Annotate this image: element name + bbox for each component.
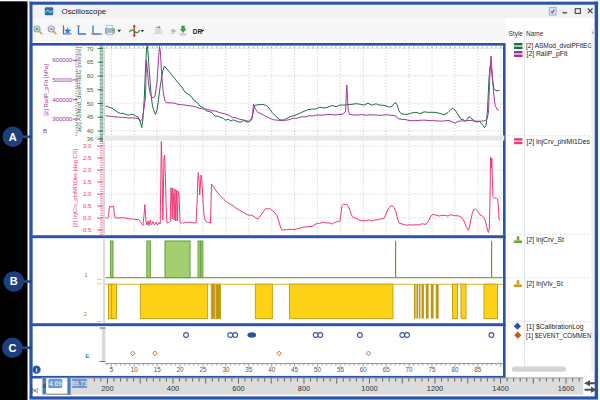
- svg-text:1400: 1400: [492, 384, 508, 393]
- svg-text:40: 40: [268, 366, 276, 373]
- svg-text:2.5: 2.5: [83, 154, 92, 161]
- svg-text:60: 60: [360, 366, 368, 373]
- svg-text:600: 600: [232, 384, 244, 393]
- svg-text:500000: 500000: [52, 76, 73, 83]
- svg-text:[2] InjCrv_phiMI1Des [deg CS]: [2] InjCrv_phiMI1Des [deg CS]: [72, 148, 78, 227]
- svg-text:1600: 1600: [558, 384, 574, 393]
- svg-text:0.0: 0.0: [83, 214, 92, 221]
- svg-text:A: A: [78, 127, 82, 133]
- svg-text:300000: 300000: [52, 115, 73, 122]
- svg-text:10: 10: [131, 366, 139, 373]
- svg-text:1200: 1200: [427, 384, 443, 393]
- svg-text:0.5: 0.5: [83, 202, 92, 209]
- svg-text:C: C: [8, 342, 16, 354]
- svg-text:85: 85: [474, 366, 482, 373]
- svg-text:,00: ,00: [153, 28, 162, 35]
- svg-text:[2] ASMod_dvolPFltEG [mm3/s]: [2] ASMod_dvolPFltEG [mm3/s]: [76, 47, 82, 129]
- svg-text:[2] RailP_pFlt [hPa]: [2] RailP_pFlt [hPa]: [43, 64, 49, 116]
- svg-text:50: 50: [87, 100, 94, 107]
- svg-text:B: B: [10, 275, 18, 287]
- svg-text:15: 15: [154, 366, 162, 373]
- svg-text:45: 45: [87, 113, 94, 120]
- svg-text:Oscilloscope: Oscilloscope: [62, 7, 107, 16]
- svg-text:400000: 400000: [52, 96, 73, 103]
- svg-text:[2] InjCrv_St: [2] InjCrv_St: [527, 236, 565, 244]
- svg-text:i: i: [36, 366, 38, 373]
- svg-text:A: A: [9, 131, 17, 143]
- svg-text:[1] $CalibrationLog: [1] $CalibrationLog: [527, 323, 584, 331]
- svg-text:[s]: [s]: [32, 387, 39, 393]
- svg-text:65: 65: [383, 366, 391, 373]
- svg-text:36: 36: [87, 135, 94, 142]
- svg-text:75: 75: [428, 366, 436, 373]
- svg-text:5: 5: [110, 366, 114, 373]
- svg-text:0: 0: [43, 383, 46, 389]
- svg-text:45: 45: [291, 366, 299, 373]
- svg-text:Name: Name: [526, 30, 544, 37]
- svg-text:[2] ASMod_dvolPFltEG: [2] ASMod_dvolPFltEG: [526, 42, 592, 50]
- svg-text:400: 400: [167, 384, 179, 393]
- svg-text:25: 25: [199, 366, 207, 373]
- svg-text:55: 55: [87, 86, 94, 93]
- svg-text:DR: DR: [193, 28, 203, 35]
- svg-text:1.0: 1.0: [83, 190, 92, 197]
- svg-text:1.5: 1.5: [83, 178, 92, 185]
- svg-text:[2] RailP_pFlt: [2] RailP_pFlt: [527, 50, 568, 58]
- svg-text:30: 30: [222, 366, 230, 373]
- svg-text:Style: Style: [509, 30, 524, 38]
- svg-text:200: 200: [101, 384, 113, 393]
- svg-text:800: 800: [298, 384, 310, 393]
- svg-text:[1] $EVENT_COMMENTS: [1] $EVENT_COMMENTS: [526, 332, 599, 340]
- svg-text:35: 35: [245, 366, 253, 373]
- svg-text:70: 70: [406, 366, 414, 373]
- svg-text:2.0: 2.0: [83, 166, 92, 173]
- svg-text:[2] InjVlv_St: [2] InjVlv_St: [527, 280, 563, 288]
- svg-text:70: 70: [87, 45, 94, 52]
- svg-text:55: 55: [337, 366, 345, 373]
- svg-text:4.69: 4.69: [49, 380, 62, 387]
- svg-text:80: 80: [451, 366, 459, 373]
- svg-text:600000: 600000: [52, 56, 73, 63]
- svg-text:B: B: [43, 128, 47, 134]
- svg-text:-0.5: -0.5: [81, 226, 92, 233]
- svg-text:20: 20: [177, 366, 185, 373]
- svg-text:1000: 1000: [361, 384, 377, 393]
- svg-text:3.0: 3.0: [83, 142, 92, 149]
- svg-text:★: ★: [63, 25, 72, 36]
- svg-text:[2] InjCrv_phiMI1Des: [2] InjCrv_phiMI1Des: [527, 138, 591, 146]
- svg-text:E: E: [85, 352, 89, 359]
- svg-text:50: 50: [314, 366, 322, 373]
- svg-text:60: 60: [87, 72, 94, 79]
- svg-text:65: 65: [87, 58, 94, 65]
- svg-text:40: 40: [87, 127, 94, 134]
- svg-text:89.73: 89.73: [72, 380, 88, 387]
